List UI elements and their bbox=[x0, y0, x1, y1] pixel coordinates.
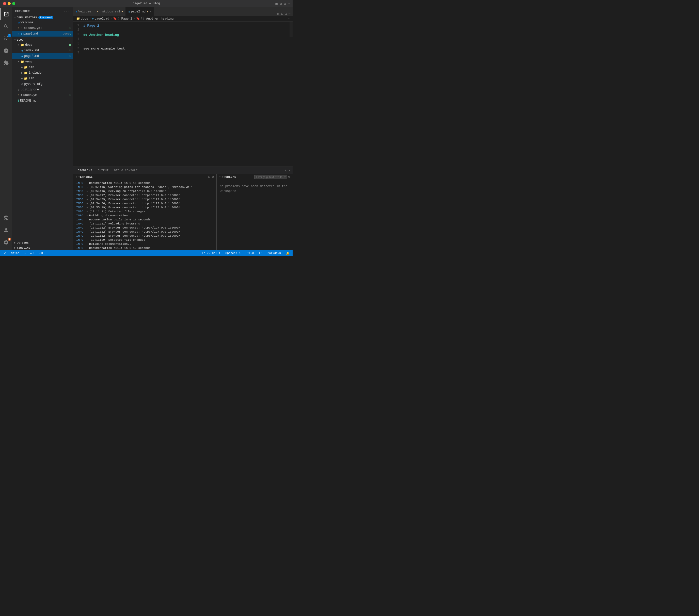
panel-tab-problems[interactable]: PROBLEMS bbox=[75, 168, 95, 173]
status-eol[interactable]: LF bbox=[258, 252, 263, 255]
tab-mkdocs[interactable]: • ! mkdocs.yml ● bbox=[94, 7, 126, 16]
indexmd-label: index.md bbox=[24, 49, 39, 52]
file-indexmd[interactable]: ◈ index.md U bbox=[12, 48, 73, 53]
code-editor[interactable]: 1 # Page 2 2 3 ## Another heading 4 5 bbox=[73, 22, 289, 166]
status-sync[interactable]: ↺ bbox=[23, 252, 27, 255]
term-line-13: INFO – [10:11:12] Browser connected: htt… bbox=[76, 230, 213, 234]
term-add-icon[interactable]: ⊕ bbox=[212, 175, 214, 179]
panel-collapse-icon[interactable]: ∧ bbox=[285, 169, 287, 172]
explorer-more[interactable]: ··· bbox=[63, 9, 70, 13]
status-notifications[interactable]: 🔔 bbox=[285, 252, 291, 255]
tab-page2[interactable]: ◈ page2.md ● ✕ bbox=[126, 7, 154, 16]
folder-venv[interactable]: ▾ 📁 venv bbox=[12, 59, 73, 65]
activity-scm[interactable]: 3 bbox=[0, 32, 12, 45]
status-position[interactable]: Ln 7, Col 1 bbox=[201, 252, 222, 255]
folder-include[interactable]: ▶ 📁 include bbox=[12, 70, 73, 76]
tab-page2-item[interactable]: ✕ ◈ page2.md docs U bbox=[12, 31, 73, 37]
problems-filter-input[interactable] bbox=[254, 175, 287, 179]
timeline-header[interactable]: ▶ TIMELINE bbox=[12, 245, 73, 250]
status-branch[interactable]: main* bbox=[10, 252, 20, 255]
blog-header[interactable]: ▾ BLOG bbox=[12, 38, 73, 42]
breadcrumb-page2[interactable]: ◈ page2.md bbox=[92, 17, 109, 21]
error-count: 0 bbox=[32, 252, 34, 255]
layout-icon[interactable]: ▣ bbox=[275, 1, 277, 6]
status-warnings[interactable]: ⚠ 0 bbox=[38, 252, 44, 255]
breadcrumb: 📁 docs › ◈ page2.md › 🔖 # Page 2 › 🔖 ## … bbox=[73, 16, 293, 22]
code-line-3: 3 ## Another heading bbox=[73, 33, 289, 37]
readme-icon: ℹ bbox=[18, 99, 19, 103]
activity-explorer[interactable] bbox=[0, 8, 12, 20]
encoding-label: UTF-8 bbox=[246, 252, 254, 255]
statusbar-right: Ln 7, Col 1 Spaces: 4 UTF-8 LF Markdown … bbox=[201, 252, 291, 255]
split-editor-icon[interactable]: ⊟ bbox=[281, 12, 283, 16]
term-line-2: INFO – [02:54:16] Watching paths for cha… bbox=[76, 185, 213, 189]
page2-tab-close[interactable]: ✕ bbox=[149, 10, 151, 13]
status-language[interactable]: Markdown bbox=[266, 252, 282, 255]
close-button[interactable] bbox=[3, 2, 6, 5]
venv-folder-label: venv bbox=[25, 60, 32, 64]
breadcrumb-h1[interactable]: 🔖 # Page 2 bbox=[113, 17, 132, 21]
panel-close-icon[interactable]: ✕ bbox=[289, 169, 291, 172]
window-title: page2.md — Blog bbox=[133, 2, 160, 5]
lib-chevron: ▶ bbox=[21, 77, 23, 80]
activity-search[interactable] bbox=[0, 20, 12, 32]
split-icon[interactable]: ⊟ bbox=[280, 1, 282, 6]
page2-close[interactable]: ✕ bbox=[18, 32, 19, 36]
panel-tab-debug[interactable]: DEBUG CONSOLE bbox=[111, 168, 140, 173]
activity-debug[interactable] bbox=[0, 45, 12, 57]
term-line-3: INFO – [02:54:16] Serving on http://127.… bbox=[76, 189, 213, 193]
activity-remote[interactable] bbox=[0, 212, 12, 224]
page2-bc-label: page2.md bbox=[94, 17, 109, 21]
pyvenv-label: pyvenv.cfg bbox=[24, 82, 42, 86]
breadcrumb-docs[interactable]: 📁 docs bbox=[76, 17, 88, 21]
folder-bin[interactable]: ▶ 📁 bin bbox=[12, 65, 73, 70]
outline-header[interactable]: ▶ OUTLINE bbox=[12, 240, 73, 245]
page2md-badge: U bbox=[69, 55, 71, 58]
page2-filename: page2.md bbox=[23, 32, 62, 36]
open-editors-header[interactable]: ▾ OPEN EDITORS 1 unsaved bbox=[12, 15, 73, 20]
panel-tab-output[interactable]: OUTPUT bbox=[95, 168, 111, 173]
terminal-chevron: ▾ bbox=[76, 175, 77, 178]
status-encoding[interactable]: UTF-8 bbox=[245, 252, 255, 255]
panels-icon[interactable]: ⊞ bbox=[284, 1, 286, 6]
problems-filter: ⚙ bbox=[254, 175, 290, 179]
file-pyvenv[interactable]: ⚙ pyvenv.cfg bbox=[12, 81, 73, 87]
status-spaces[interactable]: Spaces: 4 bbox=[225, 252, 241, 255]
code-line-5: 5 bbox=[73, 42, 289, 46]
file-readme[interactable]: ℹ README.md bbox=[12, 98, 73, 104]
more-tab-icon[interactable]: ⋯ bbox=[289, 12, 291, 16]
terminal-body[interactable]: INFO – Documentation built in 0.15 secon… bbox=[73, 180, 216, 250]
file-page2md[interactable]: ◈ page2.md U bbox=[12, 53, 73, 59]
panel-area: PROBLEMS OUTPUT DEBUG CONSOLE ∧ ✕ ▾ TERM… bbox=[73, 166, 293, 250]
tab-welcome[interactable]: ⊞ Welcome bbox=[73, 7, 94, 16]
activity-account[interactable] bbox=[0, 224, 12, 236]
minimize-button[interactable] bbox=[8, 2, 11, 5]
bc-sep2: › bbox=[110, 17, 112, 21]
problems-label: PROBLEMS bbox=[222, 175, 236, 178]
code-line-1: 1 # Page 2 bbox=[73, 24, 289, 28]
folder-lib[interactable]: ▶ 📁 lib bbox=[12, 76, 73, 81]
folder-docs[interactable]: ▾ 📁 docs bbox=[12, 42, 73, 48]
file-gitignore[interactable]: ◇ .gitignore bbox=[12, 87, 73, 92]
term-split-icon[interactable]: ⊟ bbox=[208, 175, 210, 179]
ln-2: 2 bbox=[74, 28, 83, 32]
status-git-icon[interactable]: ⎇ bbox=[2, 252, 8, 255]
h2-bc-icon: 🔖 bbox=[136, 17, 140, 21]
filter-icon[interactable]: ⚙ bbox=[288, 175, 290, 179]
activity-extensions[interactable] bbox=[0, 57, 12, 69]
activity-settings[interactable]: 1 bbox=[0, 236, 12, 248]
tab-mkdocs-item[interactable]: • ! mkdocs.yml U bbox=[12, 25, 73, 31]
file-mkdocs-blog[interactable]: ! mkdocs.yml U bbox=[12, 92, 73, 98]
tab-welcome-item[interactable]: ⊞ Welcome bbox=[12, 20, 73, 25]
editor-layout-icon[interactable]: ⊞ bbox=[285, 12, 287, 16]
more-icon[interactable]: ⋯ bbox=[288, 1, 290, 6]
run-icon[interactable]: ▷ bbox=[277, 12, 279, 16]
minimap-toggle[interactable]: ≡ bbox=[288, 17, 290, 20]
status-errors[interactable]: ⊗ 0 bbox=[29, 252, 35, 255]
remote-icon: ⎇ bbox=[3, 252, 6, 255]
page2-badge: U bbox=[69, 32, 71, 35]
timeline-chevron: ▶ bbox=[14, 246, 16, 249]
bin-folder-label: bin bbox=[29, 66, 34, 69]
breadcrumb-h2[interactable]: 🔖 ## Another heading bbox=[136, 17, 174, 21]
maximize-button[interactable] bbox=[12, 2, 15, 5]
